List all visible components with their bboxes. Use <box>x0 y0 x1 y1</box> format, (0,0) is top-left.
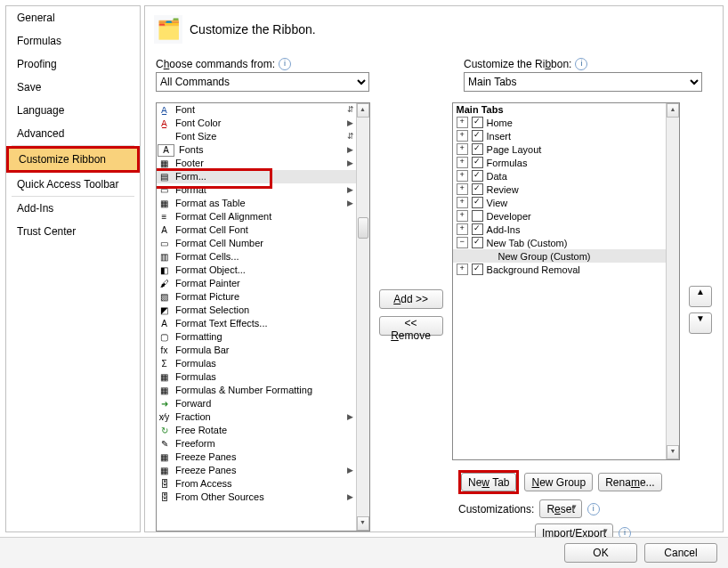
add-button[interactable]: Add >> <box>379 289 443 309</box>
info-icon[interactable]: i <box>279 58 291 70</box>
info-icon[interactable]: i <box>587 503 600 515</box>
checkbox[interactable]: ✓ <box>472 183 483 195</box>
expander-icon[interactable]: + <box>457 143 468 155</box>
remove-button[interactable]: << Remove <box>379 316 443 336</box>
sidebar-item-language[interactable]: Language <box>6 99 140 122</box>
sidebar-item-general[interactable]: General <box>6 6 140 29</box>
checkbox[interactable]: ✓ <box>472 264 483 275</box>
expander-icon[interactable]: + <box>457 183 468 195</box>
sidebar-item-save[interactable]: Save <box>6 76 140 99</box>
customize-ribbon-label: Customize the Ribbon: i <box>464 58 702 70</box>
tree-node[interactable]: New Group (Custom) <box>453 249 679 263</box>
expander-icon[interactable]: + <box>457 170 468 182</box>
choose-commands-select[interactable]: All Commands <box>156 72 369 92</box>
sidebar-item-formulas[interactable]: Formulas <box>6 29 140 53</box>
expander-icon[interactable]: − <box>457 237 468 248</box>
rename-button[interactable]: Rename... <box>598 473 661 491</box>
command-item[interactable]: ▧Format Picture <box>157 290 357 304</box>
tree-node[interactable]: +✓Review <box>453 183 679 196</box>
command-item[interactable]: ΣFormulas <box>157 357 357 370</box>
expander-icon[interactable]: + <box>457 197 468 208</box>
sidebar-item-qat[interactable]: Quick Access Toolbar <box>6 173 140 196</box>
sidebar-item-trust-center[interactable]: Trust Center <box>6 220 140 243</box>
checkbox[interactable]: ✓ <box>472 157 483 168</box>
info-icon[interactable]: i <box>575 58 587 70</box>
tree-node[interactable]: −✓New Tab (Custom) <box>453 236 679 249</box>
command-item[interactable]: ◩Format Selection <box>157 304 357 317</box>
sidebar-item-advanced[interactable]: Advanced <box>6 122 140 145</box>
new-group-button[interactable]: New Group <box>524 473 593 491</box>
command-item[interactable]: AFonts▶ <box>157 143 357 157</box>
command-item[interactable]: ▭Format Cell Number <box>157 237 357 250</box>
tree-node[interactable]: +✓Formulas <box>453 156 679 169</box>
checkbox[interactable]: ✓ <box>472 117 483 128</box>
command-item[interactable]: AFormat Cell Font <box>157 223 357 237</box>
commands-scrollbar[interactable]: ▲ ▼ <box>356 103 369 531</box>
command-item[interactable]: ✎Freeform <box>157 437 357 450</box>
tree-node[interactable]: +✓Add-Ins <box>453 223 679 236</box>
command-item[interactable]: ▦Freeze Panes▶ <box>157 464 357 477</box>
ok-button[interactable]: OK <box>564 543 637 563</box>
expander-icon[interactable]: + <box>457 210 468 222</box>
command-item[interactable]: A̲Font⇵ <box>157 103 357 117</box>
checkbox[interactable]: ✓ <box>472 130 483 142</box>
tree-node[interactable]: +Developer <box>453 209 679 223</box>
tree-scrollbar[interactable]: ▲ ▼ <box>666 103 679 459</box>
expander-icon[interactable]: + <box>457 117 468 128</box>
tree-node[interactable]: +✓Data <box>453 169 679 183</box>
tree-node[interactable]: +✓View <box>453 196 679 209</box>
scroll-up-icon[interactable]: ▲ <box>667 103 679 118</box>
tree-node[interactable]: +✓Page Layout <box>453 142 679 156</box>
checkbox[interactable]: ✓ <box>472 237 483 248</box>
checkbox[interactable]: ✓ <box>472 223 483 235</box>
command-item[interactable]: ↻Free Rotate <box>157 424 357 437</box>
scroll-up-icon[interactable]: ▲ <box>357 103 369 118</box>
command-item[interactable]: fxFormula Bar <box>157 344 357 357</box>
customize-ribbon-select[interactable]: Main Tabs <box>464 72 702 92</box>
command-item[interactable]: ➜Forward <box>157 397 357 410</box>
expander-icon[interactable]: + <box>457 157 468 168</box>
tree-node[interactable]: +✓Insert <box>453 129 679 142</box>
tree-node[interactable]: +✓Background Removal <box>453 263 679 276</box>
scroll-down-icon[interactable]: ▼ <box>357 516 369 531</box>
command-item[interactable]: 🗄From Other Sources▶ <box>157 491 357 504</box>
expander-icon[interactable]: + <box>457 223 468 235</box>
move-down-button[interactable]: ▼ <box>689 312 712 334</box>
expander-icon[interactable]: + <box>457 130 468 142</box>
command-item[interactable]: ▦Formulas <box>157 370 357 384</box>
expander-icon[interactable]: + <box>457 264 468 275</box>
checkbox[interactable]: ✓ <box>472 143 483 155</box>
ribbon-tree[interactable]: Main Tabs +✓Home+✓Insert+✓Page Layout+✓F… <box>452 102 680 460</box>
command-item[interactable]: ◧Format Object... <box>157 264 357 277</box>
command-item[interactable]: ≡Format Cell Alignment <box>157 210 357 223</box>
tree-node[interactable]: +✓Home <box>453 116 679 129</box>
command-item[interactable]: ▥Format Cells... <box>157 250 357 264</box>
command-item[interactable]: 🗄From Access <box>157 477 357 491</box>
sidebar-item-addins[interactable]: Add-Ins <box>6 197 140 220</box>
command-item[interactable]: ▦Format as Table▶ <box>157 197 357 210</box>
command-item[interactable]: Font Size⇵ <box>157 130 357 143</box>
command-item[interactable]: ▭Format▶ <box>157 183 357 197</box>
checkbox[interactable]: ✓ <box>472 197 483 208</box>
command-item[interactable]: ▢Formatting <box>157 330 357 344</box>
command-item[interactable]: AFormat Text Effects... <box>157 317 357 330</box>
move-up-button[interactable]: ▲ <box>689 286 712 307</box>
scroll-down-icon[interactable]: ▼ <box>667 445 679 459</box>
reset-button[interactable]: Reset <box>539 499 581 518</box>
command-item[interactable]: ▦Formulas & Number Formatting <box>157 384 357 397</box>
command-icon: ▤ <box>157 170 172 183</box>
sidebar-item-proofing[interactable]: Proofing <box>6 53 140 76</box>
command-item[interactable]: ▦Freeze Panes <box>157 450 357 464</box>
sidebar-item-customize-ribbon[interactable]: Customize Ribbon <box>9 149 137 170</box>
command-item[interactable]: ▤Form... <box>157 170 357 183</box>
commands-listbox[interactable]: A̲Font⇵A̲Font Color▶Font Size⇵AFonts▶▦Fo… <box>156 102 370 531</box>
new-tab-button[interactable]: New Tab <box>461 473 516 491</box>
cancel-button[interactable]: Cancel <box>644 543 717 563</box>
command-item[interactable]: ▦Footer▶ <box>157 157 357 170</box>
scroll-thumb[interactable] <box>358 217 368 239</box>
command-item[interactable]: 🖌Format Painter <box>157 277 357 290</box>
checkbox[interactable] <box>472 210 483 222</box>
checkbox[interactable]: ✓ <box>472 170 483 182</box>
command-item[interactable]: A̲Font Color▶ <box>157 117 357 130</box>
command-item[interactable]: x⁄yFraction▶ <box>157 410 357 424</box>
